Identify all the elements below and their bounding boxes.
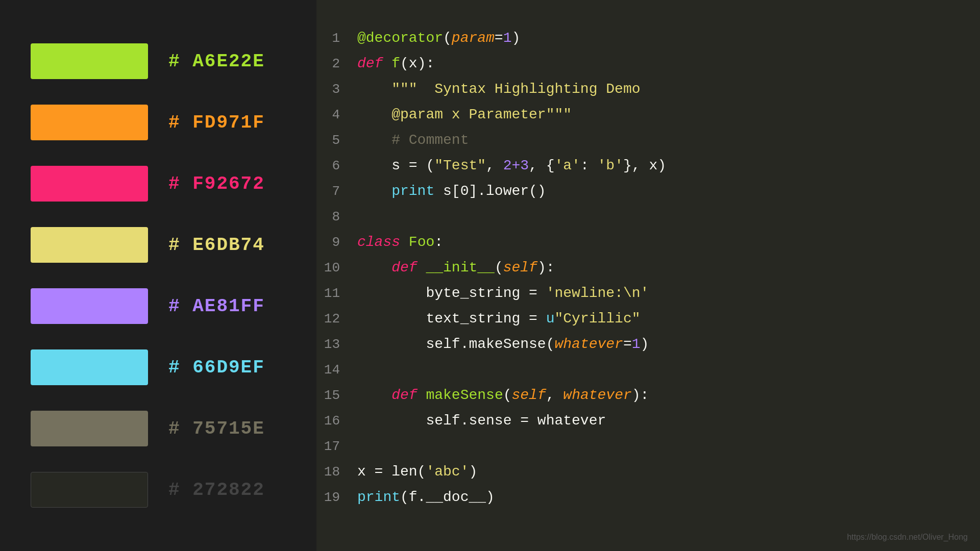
- color-row-yellow: # E6DB74: [31, 227, 286, 263]
- code-line-1: 1 @decorator(param=1): [316, 26, 980, 51]
- code-content-16: self.sense = whatever: [352, 409, 980, 433]
- code-line-19: 19 print(f.__doc__): [316, 485, 980, 510]
- code-line-8: 8: [316, 204, 980, 230]
- code-line-5: 5 # Comment: [316, 128, 980, 153]
- color-label-pink: # F92672: [168, 173, 265, 194]
- code-line-12: 12 text_string = u"Cyrillic": [316, 306, 980, 332]
- line-number-17: 17: [316, 435, 352, 458]
- color-label-gray: # 75715E: [168, 418, 265, 439]
- line-number-2: 2: [316, 52, 352, 76]
- swatch-yellow: [31, 227, 148, 263]
- color-label-purple: # AE81FF: [168, 296, 265, 317]
- code-content-5: # Comment: [352, 129, 980, 152]
- code-block: 1 @decorator(param=1) 2 def f(x): 3 """ …: [316, 15, 980, 520]
- line-number-11: 11: [316, 282, 352, 305]
- code-content-2: def f(x):: [352, 52, 980, 76]
- code-line-4: 4 @param x Parameter""": [316, 102, 980, 128]
- line-number-7: 7: [316, 180, 352, 203]
- color-row-gray: # 75715E: [31, 411, 286, 446]
- line-number-16: 16: [316, 409, 352, 433]
- line-number-18: 18: [316, 460, 352, 484]
- line-number-12: 12: [316, 307, 352, 331]
- code-content-13: self.makeSense(whatever=1): [352, 333, 980, 356]
- code-content-7: print s[0].lower(): [352, 180, 980, 203]
- code-line-10: 10 def __init__(self):: [316, 255, 980, 281]
- color-label-cyan: # 66D9EF: [168, 357, 265, 378]
- swatch-gray: [31, 411, 148, 446]
- code-content-6: s = ("Test", 2+3, {'a': 'b'}, x): [352, 154, 980, 178]
- code-line-16: 16 self.sense = whatever: [316, 408, 980, 434]
- line-number-14: 14: [316, 358, 352, 382]
- line-number-6: 6: [316, 154, 352, 178]
- color-label-yellow: # E6DB74: [168, 235, 265, 256]
- code-line-6: 6 s = ("Test", 2+3, {'a': 'b'}, x): [316, 153, 980, 179]
- code-content-15: def makeSense(self, whatever):: [352, 384, 980, 407]
- color-row-green: # A6E22E: [31, 43, 286, 79]
- code-line-9: 9 class Foo:: [316, 230, 980, 255]
- color-row-orange: # FD971F: [31, 105, 286, 140]
- code-editor-panel: 1 @decorator(param=1) 2 def f(x): 3 """ …: [316, 0, 980, 551]
- code-content-19: print(f.__doc__): [352, 486, 980, 509]
- code-content-10: def __init__(self):: [352, 256, 980, 280]
- swatch-dark: [31, 472, 148, 508]
- line-number-1: 1: [316, 27, 352, 50]
- line-number-9: 9: [316, 231, 352, 254]
- code-content-4: @param x Parameter""": [352, 103, 980, 127]
- color-row-pink: # F92672: [31, 166, 286, 202]
- code-line-14: 14: [316, 357, 980, 383]
- code-line-11: 11 byte_string = 'newline:\n': [316, 281, 980, 306]
- code-content-18: x = len('abc'): [352, 460, 980, 484]
- line-number-5: 5: [316, 129, 352, 152]
- code-line-7: 7 print s[0].lower(): [316, 179, 980, 204]
- color-palette-panel: # A6E22E # FD971F # F92672 # E6DB74 # AE…: [0, 0, 316, 551]
- line-number-15: 15: [316, 384, 352, 407]
- code-line-2: 2 def f(x):: [316, 51, 980, 77]
- color-label-green: # A6E22E: [168, 51, 265, 72]
- line-number-10: 10: [316, 256, 352, 280]
- line-number-13: 13: [316, 333, 352, 356]
- color-row-purple: # AE81FF: [31, 288, 286, 324]
- color-row-cyan: # 66D9EF: [31, 349, 286, 385]
- code-content-11: byte_string = 'newline:\n': [352, 282, 980, 305]
- code-content-1: @decorator(param=1): [352, 27, 980, 50]
- watermark: https://blog.csdn.net/Oliver_Hong: [847, 533, 968, 542]
- code-content-12: text_string = u"Cyrillic": [352, 307, 980, 331]
- color-label-dark: # 272822: [168, 480, 265, 500]
- code-line-3: 3 """ Syntax Highlighting Demo: [316, 77, 980, 102]
- code-content-3: """ Syntax Highlighting Demo: [352, 78, 980, 101]
- swatch-purple: [31, 288, 148, 324]
- code-line-15: 15 def makeSense(self, whatever):: [316, 383, 980, 408]
- swatch-green: [31, 43, 148, 79]
- color-label-orange: # FD971F: [168, 112, 265, 133]
- swatch-pink: [31, 166, 148, 202]
- code-line-13: 13 self.makeSense(whatever=1): [316, 332, 980, 357]
- code-line-17: 17: [316, 434, 980, 459]
- color-row-dark: # 272822: [31, 472, 286, 508]
- swatch-cyan: [31, 349, 148, 385]
- line-number-4: 4: [316, 103, 352, 127]
- swatch-orange: [31, 105, 148, 140]
- line-number-8: 8: [316, 205, 352, 229]
- code-content-9: class Foo:: [352, 231, 980, 254]
- line-number-19: 19: [316, 486, 352, 509]
- code-line-18: 18 x = len('abc'): [316, 459, 980, 485]
- line-number-3: 3: [316, 78, 352, 101]
